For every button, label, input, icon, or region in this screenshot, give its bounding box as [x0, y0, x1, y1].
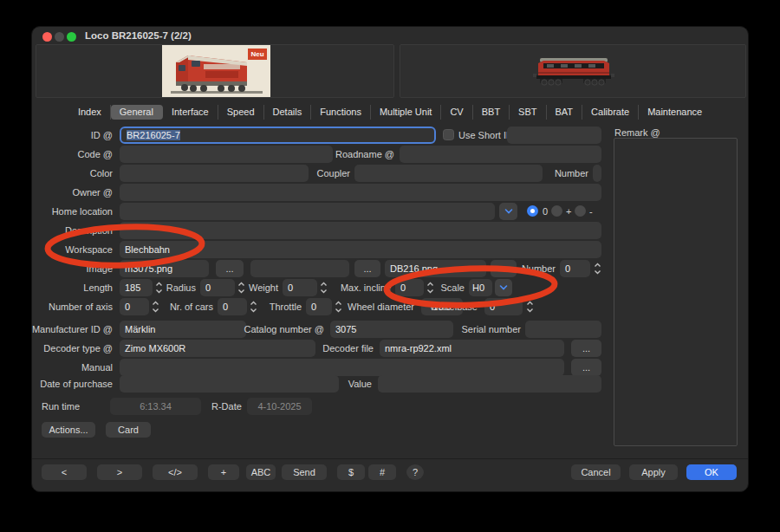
r-date-value: 4-10-2025 [247, 398, 312, 415]
number-of-axis-input[interactable]: 0 [120, 298, 149, 315]
manual-input[interactable] [120, 359, 564, 376]
nav-code-button[interactable]: </> [153, 464, 198, 480]
owner-label: Owner @ [72, 187, 113, 198]
tab-calibrate[interactable]: Calibrate [582, 105, 639, 120]
image-label: Image [86, 263, 113, 275]
home-radio-plus-label: + [566, 206, 571, 217]
abc-button[interactable]: ABC [246, 464, 276, 480]
code-label: Code @ [77, 149, 113, 160]
weight-stepper[interactable] [320, 281, 328, 295]
image-file1-input[interactable]: m3075.png [120, 260, 209, 277]
home-location-input[interactable] [120, 203, 495, 220]
help-button[interactable]: ? [406, 464, 424, 480]
remark-textarea[interactable] [614, 138, 738, 446]
tab-speed[interactable]: Speed [218, 105, 264, 120]
tab-details[interactable]: Details [264, 105, 312, 120]
decoder-file-browse-button[interactable]: ... [571, 340, 601, 357]
home-location-dropdown-button[interactable] [499, 203, 517, 220]
date-of-purchase-input[interactable] [120, 375, 339, 393]
roadname-label: Roadname @ [318, 149, 394, 160]
image-browse1-button[interactable]: ... [216, 260, 244, 277]
scale-value[interactable]: H0 [469, 279, 492, 296]
tab-functions[interactable]: Functions [311, 105, 371, 120]
nr-of-cars-input[interactable]: 0 [218, 298, 247, 315]
send-button[interactable]: Send [282, 464, 327, 480]
wheelbase-stepper[interactable] [526, 300, 534, 314]
window-title: Loco BR216025-7 (2/2) [85, 30, 192, 41]
coupler-label: Coupler [292, 168, 350, 179]
hash-button[interactable]: # [368, 464, 396, 480]
loco-side-image [526, 56, 621, 88]
scale-dropdown-button[interactable] [495, 279, 512, 296]
tab-cv[interactable]: CV [441, 105, 472, 120]
coupler-input[interactable] [354, 165, 543, 182]
max-incline-input[interactable]: 0 [395, 279, 424, 296]
tab-index[interactable]: Index [69, 105, 111, 120]
workspace-input[interactable]: Blechbahn [120, 241, 601, 258]
manufacturer-id-input[interactable]: Märklin [120, 321, 246, 338]
catalog-number-input[interactable]: 3075 [330, 321, 453, 338]
apply-button[interactable]: Apply [629, 464, 678, 480]
home-radio-minus[interactable] [575, 205, 586, 217]
owner-input[interactable] [120, 184, 601, 201]
use-short-id-checkbox[interactable] [443, 129, 454, 140]
image-number-input[interactable]: 0 [560, 260, 590, 277]
wheelbase-input[interactable]: 0 [484, 298, 523, 315]
code-input[interactable] [120, 146, 333, 163]
run-time-value: 6:13.34 [110, 398, 201, 415]
close-button[interactable] [42, 32, 52, 42]
radius-stepper[interactable] [237, 281, 245, 295]
decoder-type-input[interactable]: Zimo MX600R [120, 340, 315, 357]
actions-button[interactable]: Actions... [42, 422, 95, 438]
description-input[interactable] [120, 222, 601, 239]
roadname-input[interactable] [400, 146, 601, 163]
decoder-file-input[interactable]: nmra-rp922.xml [380, 340, 564, 357]
coupler-number-input[interactable] [593, 165, 601, 182]
use-short-id-label: Use Short ID [458, 130, 513, 141]
manual-browse-button[interactable]: ... [571, 359, 601, 376]
image-file3-input[interactable]: DB216.png [385, 260, 486, 277]
id-input[interactable]: BR216025-7 [120, 127, 436, 144]
image-number-stepper[interactable] [594, 262, 601, 276]
stepper-arrows-icon [320, 281, 328, 295]
tab-maintenance[interactable]: Maintenance [639, 105, 711, 120]
tab-general[interactable]: General [111, 105, 163, 120]
tab-interface[interactable]: Interface [163, 105, 218, 120]
tab-multiple-unit[interactable]: Multiple Unit [371, 105, 442, 120]
nav-back-button[interactable]: < [42, 464, 87, 480]
add-button[interactable]: + [208, 464, 239, 480]
length-input[interactable]: 185 [120, 279, 153, 296]
color-input[interactable] [120, 165, 309, 182]
zoom-button[interactable] [67, 32, 76, 42]
nav-forward-button[interactable]: > [97, 464, 142, 480]
ok-button[interactable]: OK [686, 464, 737, 480]
serial-number-input[interactable] [525, 321, 601, 338]
tab-bat[interactable]: BAT [547, 105, 583, 120]
tab-bbt[interactable]: BBT [473, 105, 510, 120]
decoder-type-label: Decoder type @ [43, 343, 113, 354]
dollar-button[interactable]: $ [337, 464, 365, 480]
nr-of-cars-stepper[interactable] [250, 300, 257, 314]
weight-input[interactable]: 0 [283, 279, 317, 296]
minimize-button[interactable] [55, 32, 64, 42]
image-file2-input[interactable] [250, 260, 349, 277]
cancel-button[interactable]: Cancel [571, 464, 621, 480]
short-id-input[interactable] [507, 127, 601, 144]
home-radio-zero-label: 0 [543, 206, 548, 217]
image-browse3-button[interactable] [491, 260, 517, 277]
tab-sbt[interactable]: SBT [510, 105, 546, 120]
radius-input[interactable]: 0 [200, 279, 235, 296]
throttle-input[interactable]: 0 [306, 298, 332, 315]
loco-dialog-window: Loco BR216025-7 (2/2) Neu [31, 26, 749, 492]
manufacturer-id-label: Manufacturer ID @ [32, 324, 113, 335]
image-number-label: Number [519, 263, 556, 275]
throttle-stepper[interactable] [335, 300, 342, 314]
max-incline-stepper[interactable] [426, 281, 434, 295]
home-radio-plus[interactable] [551, 205, 562, 217]
number-of-axis-stepper[interactable] [152, 300, 159, 314]
home-radio-zero[interactable] [527, 205, 538, 217]
value-input[interactable] [378, 375, 601, 393]
max-incline-label: Max. incline [330, 282, 391, 294]
image-browse2-button[interactable]: ... [354, 260, 380, 277]
card-button[interactable]: Card [106, 422, 151, 438]
